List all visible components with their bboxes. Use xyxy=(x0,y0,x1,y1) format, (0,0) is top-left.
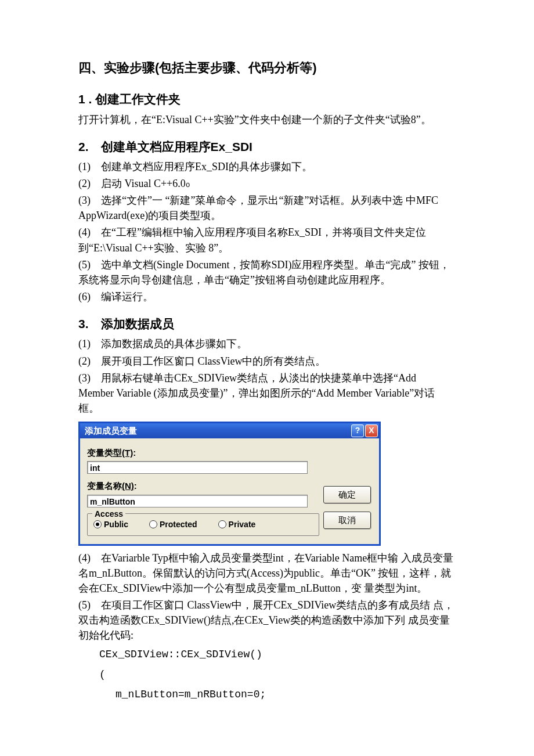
section2-step: (1) 创建单文档应用程序Ex_SDI的具体步骤如下。 xyxy=(78,159,456,174)
section1-title: 1 . 创建工作文件夹 xyxy=(78,90,456,109)
section2-step: (3) 选择“文件”一 “新建”菜单命令，显示出“新建”对话框。从列表中选 中M… xyxy=(78,193,456,223)
section3-step: (5) 在项目工作区窗口 ClassView中，展开CEx_SDIView类结点… xyxy=(78,597,456,643)
section2-step: (5) 选中单文档(Single Document，按简称SDI)应用程序类型。… xyxy=(78,257,456,287)
dialog-title: 添加成员变量 xyxy=(85,424,137,438)
ok-button[interactable]: 确定 xyxy=(323,486,371,503)
section2-step: (2) 启动 Visual C++6.0₀ xyxy=(78,176,456,191)
access-legend: Access xyxy=(92,508,125,520)
radio-icon xyxy=(149,520,157,528)
section3-step: (2) 展开项目工作区窗口 ClassView中的所有类结点。 xyxy=(78,354,456,369)
variable-type-label: 变量类型(T): xyxy=(87,447,372,460)
radio-icon xyxy=(218,520,226,528)
close-icon[interactable]: X xyxy=(365,424,378,437)
code-line: ( xyxy=(99,665,456,685)
radio-private[interactable]: Private xyxy=(218,519,256,531)
help-icon[interactable]: ? xyxy=(351,424,364,437)
radio-public[interactable]: Public xyxy=(93,519,128,531)
cancel-button[interactable]: 取消 xyxy=(323,512,371,529)
add-member-variable-dialog: 添加成员变量 ? X 变量类型(T): int 变量名称(N): m_nlBut… xyxy=(78,422,381,546)
section2-step: (6) 编译运行。 xyxy=(78,289,456,304)
section3-step: (1) 添加数据成员的具体步骤如下。 xyxy=(78,336,456,351)
code-line: m_nLButton=m_nRButton=0; xyxy=(99,685,456,704)
code-block: CEx_SDIView::CEx_SDIView() ( m_nLButton=… xyxy=(78,645,456,704)
section2-title: 2. 创建单文档应用程序Ex_SDI xyxy=(78,138,456,156)
main-heading: 四、实验步骤(包括主要步骤、代码分析等) xyxy=(78,58,456,77)
section2-step: (4) 在“工程”编辑框中输入应用程序项目名称Ex_SDI，并将项目文件夹定位 … xyxy=(78,225,456,255)
section1-text: 打开计算机，在“E:Visual C++实验”文件夹中创建一个新的子文件夹“试验… xyxy=(78,112,456,127)
section3-step: (3) 用鼠标右键单击CEx_SDIView类结点，从淡出的快捷菜单中选择“Ad… xyxy=(78,370,456,416)
radio-selected-icon xyxy=(93,520,102,528)
code-line: CEx_SDIView::CEx_SDIView() xyxy=(99,645,456,664)
dialog-titlebar[interactable]: 添加成员变量 ? X xyxy=(80,423,379,438)
section3-step: (4) 在Variarble Typ框中输入成员变量类型int，在Variabl… xyxy=(78,550,456,596)
variable-type-input[interactable]: int xyxy=(87,461,308,474)
access-group: Access Public Protected Private xyxy=(87,513,319,536)
section3-title: 3. 添加数据成员 xyxy=(78,315,456,333)
radio-protected[interactable]: Protected xyxy=(149,519,197,531)
variable-name-input[interactable]: m_nlButton xyxy=(87,495,308,507)
